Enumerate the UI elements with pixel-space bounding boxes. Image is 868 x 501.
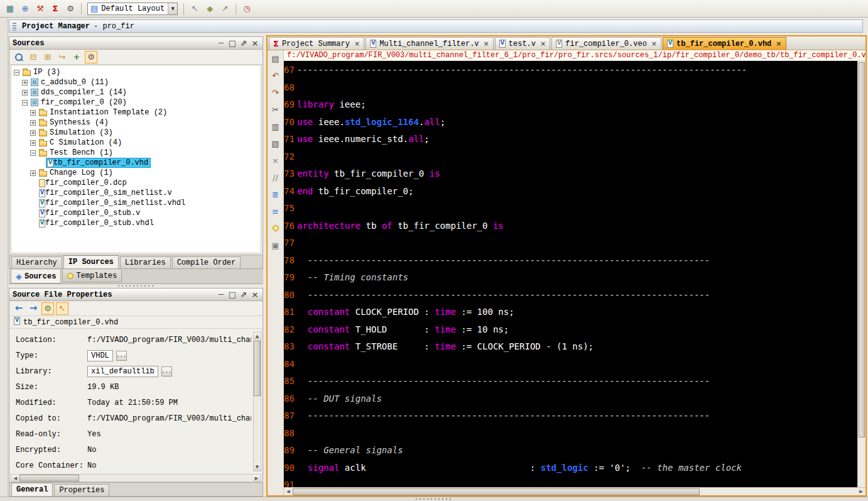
minimize-button[interactable]: ─ [217, 39, 225, 48]
maximize-button[interactable]: □ [228, 290, 237, 299]
open-folder-button[interactable]: ↪ [56, 51, 68, 63]
redo-button[interactable]: ↷ [269, 86, 282, 99]
add-sources-button[interactable]: + [70, 51, 83, 63]
cut-button[interactable]: ✂ [269, 103, 282, 116]
tab-hierarchy[interactable]: Hierarchy [11, 256, 62, 268]
tree-expander-icon[interactable]: + [22, 90, 28, 96]
copy-button[interactable]: ▥ [269, 120, 282, 133]
tree-item-instantiation-template[interactable]: +Instantiation Template (2) [11, 107, 261, 118]
code-editor[interactable]: 67--------------------------------------… [284, 61, 857, 487]
float-button[interactable]: ⇗ [239, 290, 248, 299]
tab-general[interactable]: General [11, 483, 53, 496]
notes-button[interactable]: ▤ [269, 52, 282, 65]
sigma-button[interactable]: Σ [48, 2, 62, 16]
tree-expander-icon[interactable]: + [30, 120, 36, 126]
scroll-right-icon[interactable]: ▶ [252, 475, 261, 482]
tree-item-test-bench[interactable]: −Test Bench (1) [11, 148, 261, 158]
close-button[interactable]: × [251, 39, 259, 48]
property-value-input[interactable]: xil_defaultlib [87, 366, 158, 377]
tree-expander-icon[interactable]: + [30, 140, 36, 146]
dock-tab-templates[interactable]: Templates [62, 270, 122, 282]
timer-button[interactable]: ◷ [240, 2, 254, 16]
bulb-button[interactable] [269, 222, 282, 234]
tree-expander-icon[interactable]: − [14, 70, 19, 75]
tree-item-tb-fir-compiler-0-vhd[interactable]: tb_fir_compiler_0.vhd [11, 158, 261, 168]
settings-button[interactable]: ⚙ [85, 51, 97, 63]
outline-button[interactable]: ≡ [269, 205, 282, 217]
maximize-button[interactable]: □ [228, 39, 237, 48]
editor-tab-test-v[interactable]: test.v× [495, 37, 550, 50]
chevron-down-icon[interactable]: ▼ [168, 3, 177, 14]
board-button[interactable]: ▦ [3, 2, 17, 16]
forward-button[interactable]: → [27, 302, 40, 315]
close-icon[interactable]: × [540, 40, 546, 48]
properties-vertical-scrollbar[interactable]: ▲ ▼ [253, 332, 261, 471]
search-button[interactable] [13, 51, 25, 63]
tree-item-fir-compiler-0-stub-vhdl[interactable]: fir_compiler_0_stub.vhdl [11, 218, 261, 228]
tab-ip-sources[interactable]: IP Sources [63, 255, 119, 268]
scroll-down-icon[interactable]: ▼ [254, 463, 261, 471]
shield-button[interactable]: ▣ [269, 239, 282, 251]
dock-tab-sources[interactable]: ◈Sources [11, 270, 61, 284]
editor-tab-multi-channel-filter-v[interactable]: Multi_channel_filter.v× [366, 37, 494, 50]
layout-selector[interactable]: ▤ Default Layout ▼ [87, 3, 178, 15]
tab-compile-order[interactable]: Compile Order [172, 256, 241, 268]
list-button[interactable]: ≣ [269, 188, 282, 201]
close-button[interactable]: × [251, 290, 259, 299]
drag-handle[interactable] [13, 23, 16, 31]
editor-tab-fir-compiler-0-veo[interactable]: fir_compiler_0.veo× [551, 37, 661, 50]
close-icon[interactable]: × [651, 40, 657, 48]
tree-item-dds-compiler-1[interactable]: +dds_compiler_1 (14) [11, 87, 261, 97]
help-gear-button[interactable]: ⚙ [63, 2, 77, 16]
close-icon[interactable]: × [776, 40, 781, 48]
paste-button[interactable]: ▧ [269, 137, 282, 150]
minimize-button[interactable]: ─ [217, 290, 225, 299]
probe-button[interactable]: ◆ [203, 2, 217, 16]
delete-button[interactable]: × [269, 154, 282, 167]
collapse-all-button[interactable]: ⊟ [27, 51, 40, 63]
close-icon[interactable]: × [484, 40, 489, 48]
tree-item-change-log[interactable]: +Change Log (1) [11, 168, 261, 178]
tree-item-simulation[interactable]: +Simulation (3) [11, 128, 261, 138]
collapsed-panel-strip[interactable] [0, 18, 8, 501]
select-button[interactable]: ↗ [218, 2, 232, 16]
tab-properties[interactable]: Properties [54, 484, 109, 496]
tree-item-c-simulation[interactable]: +C Simulation (4) [11, 138, 261, 148]
tree-item-fir-compiler-0-sim-netlist-v[interactable]: fir_compiler_0_sim_netlist.v [11, 188, 261, 198]
tree-item-fir-compiler-0[interactable]: −fir_compiler_0 (20) [11, 97, 261, 107]
scroll-left-icon[interactable]: ◀ [11, 475, 19, 482]
scrollbar-thumb[interactable] [19, 475, 79, 482]
tree-item-fir-compiler-0-sim-netlist-vhdl[interactable]: fir_compiler_0_sim_netlist.vhdl [11, 198, 261, 208]
scrollbar-thumb[interactable] [859, 62, 865, 438]
tree-expander-icon[interactable]: − [22, 100, 28, 106]
tree-item-c-addsub-0[interactable]: +c_addsub_0 (11) [11, 77, 261, 87]
property-value-input[interactable]: VHDL [87, 350, 113, 361]
editor-horizontal-scrollbar[interactable]: ◀ ▶ [284, 487, 865, 495]
tree-expander-icon[interactable]: + [22, 80, 28, 85]
tree-expander-icon[interactable]: + [30, 130, 36, 136]
tab-libraries[interactable]: Libraries [120, 256, 171, 268]
tree-item-fir-compiler-0-stub-v[interactable]: fir_compiler_0_stub.v [11, 208, 261, 218]
tree-expander-icon[interactable]: + [30, 170, 36, 176]
expand-all-button[interactable]: ⊞ [41, 51, 54, 63]
float-button[interactable]: ⇗ [239, 39, 248, 48]
pointer-button[interactable]: ↖ [188, 2, 202, 16]
editor-tab-tb-fir-compiler-0-vhd[interactable]: tb_fir_compiler_0.vhd× [663, 37, 786, 50]
scroll-left-icon[interactable]: ◀ [284, 488, 293, 495]
undo-button[interactable]: ↶ [269, 69, 282, 82]
properties-horizontal-scrollbar[interactable]: ◀ ▶ [11, 474, 261, 482]
bottom-splitter[interactable] [0, 497, 868, 501]
tree-expander-icon[interactable]: − [30, 150, 36, 156]
close-icon[interactable]: × [354, 40, 360, 48]
comment-button[interactable]: // [269, 171, 282, 184]
tree-item-synthesis[interactable]: +Synthesis (4) [11, 118, 261, 128]
gear-button[interactable]: ⚙ [41, 302, 54, 315]
tools-button[interactable]: ⚒ [33, 2, 47, 16]
scrollbar-thumb[interactable] [254, 341, 261, 396]
scroll-right-icon[interactable]: ▶ [857, 488, 865, 495]
more-button[interactable]: ... [161, 366, 172, 377]
tree-item-fir-compiler-0-dcp[interactable]: fir_compiler_0.dcp [11, 178, 261, 188]
editor-tab-project-summary[interactable]: ΣProject Summary× [269, 37, 364, 50]
tree-expander-icon[interactable]: + [30, 110, 36, 116]
scroll-up-icon[interactable]: ▲ [254, 333, 261, 340]
